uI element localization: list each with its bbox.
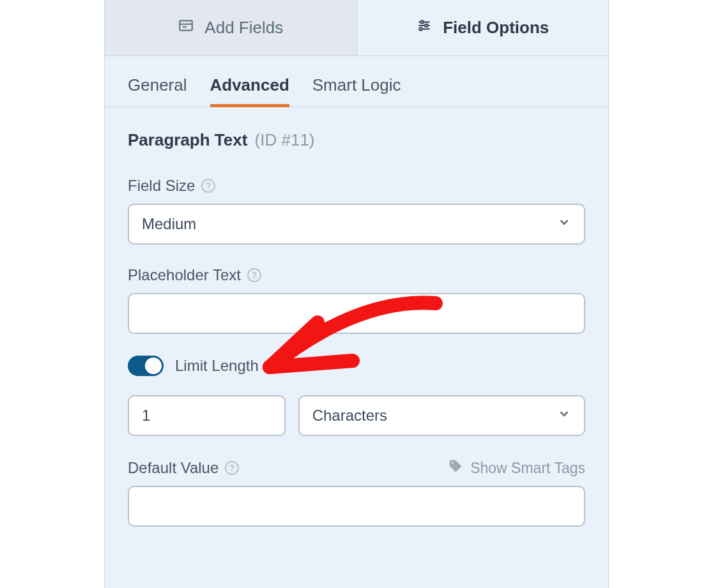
- tab-add-fields[interactable]: Add Fields: [105, 0, 357, 56]
- tab-field-options-label: Field Options: [443, 18, 549, 38]
- help-icon[interactable]: ?: [247, 268, 261, 282]
- select-field-size-value: Medium: [142, 215, 196, 233]
- options-body: Paragraph Text (ID #11) Field Size ? Med…: [105, 107, 608, 550]
- field-id-tag: (ID #11): [255, 130, 315, 149]
- link-show-smart-tags[interactable]: Show Smart Tags: [448, 459, 585, 477]
- row-limit-length-toggle: Limit Length ?: [128, 356, 585, 376]
- sub-tabs: General Advanced Smart Logic: [105, 56, 608, 107]
- label-placeholder-text: Placeholder Text: [128, 266, 241, 284]
- input-default-value[interactable]: [128, 486, 585, 527]
- svg-point-8: [420, 27, 422, 30]
- label-limit-length: Limit Length: [175, 357, 259, 375]
- field-title: Paragraph Text (ID #11): [128, 130, 585, 150]
- svg-point-4: [421, 20, 424, 23]
- tab-add-fields-label: Add Fields: [204, 18, 283, 38]
- label-default-value: Default Value: [128, 459, 218, 477]
- form-icon: [178, 17, 194, 38]
- label-show-smart-tags: Show Smart Tags: [470, 460, 585, 477]
- field-options-panel: Add Fields Field Options General Advance…: [104, 0, 609, 588]
- svg-rect-0: [180, 20, 193, 30]
- row-placeholder-text: Placeholder Text ?: [128, 266, 585, 334]
- chevron-down-icon: [557, 215, 571, 233]
- svg-point-6: [425, 24, 427, 27]
- select-field-size[interactable]: Medium: [128, 204, 585, 245]
- help-icon[interactable]: ?: [225, 461, 239, 475]
- input-placeholder-text[interactable]: [128, 293, 585, 334]
- select-limit-unit-value: Characters: [312, 407, 387, 425]
- select-limit-unit[interactable]: Characters: [298, 395, 585, 436]
- tab-field-options[interactable]: Field Options: [357, 0, 609, 56]
- chevron-down-icon: [557, 407, 571, 425]
- label-field-size: Field Size: [128, 177, 195, 195]
- tag-icon: [448, 459, 463, 477]
- sliders-icon: [416, 17, 433, 38]
- sub-tab-advanced[interactable]: Advanced: [210, 75, 289, 107]
- input-limit-number[interactable]: 1: [128, 395, 286, 436]
- help-icon[interactable]: ?: [270, 359, 284, 373]
- row-default-value: Default Value ? Show Smart Tags: [128, 459, 585, 527]
- row-field-size: Field Size ? Medium: [128, 177, 585, 245]
- toggle-knob: [145, 358, 162, 374]
- row-limit-values: 1 Characters: [128, 395, 585, 436]
- input-limit-number-value: 1: [142, 407, 150, 425]
- field-type-name: Paragraph Text: [128, 130, 247, 149]
- sub-tab-smart-logic[interactable]: Smart Logic: [312, 75, 401, 107]
- help-icon[interactable]: ?: [201, 179, 215, 193]
- main-tabs: Add Fields Field Options: [105, 0, 608, 56]
- toggle-limit-length[interactable]: [128, 356, 164, 376]
- sub-tab-general[interactable]: General: [128, 75, 187, 107]
